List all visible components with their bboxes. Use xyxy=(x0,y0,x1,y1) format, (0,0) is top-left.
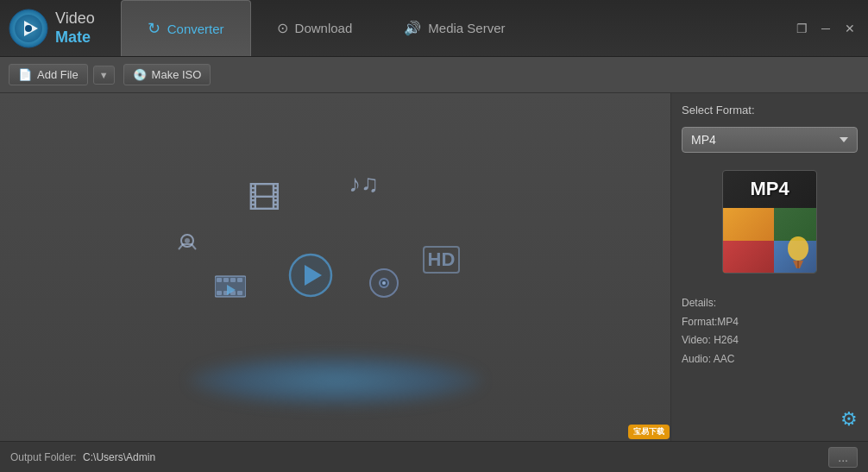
format-dropdown-arrow-icon xyxy=(840,137,848,142)
film-icon: 🎞 xyxy=(248,180,280,217)
output-folder-path: C:\Users\Admin xyxy=(83,451,155,463)
mp4-label: MP4 xyxy=(730,178,809,200)
app-logo-icon xyxy=(9,9,48,48)
media-server-tab-label: Media Server xyxy=(428,21,505,35)
window-controls: ❐ ─ ✕ xyxy=(792,19,859,38)
logo-text: Video Mate xyxy=(55,9,95,47)
add-file-icon: 📄 xyxy=(18,68,32,81)
music-icon: ♪♫ xyxy=(349,170,379,198)
svg-rect-14 xyxy=(237,291,242,295)
details-audio: Audio: AAC xyxy=(682,350,858,369)
format-dropdown-value: MP4 xyxy=(691,133,716,147)
logo-mate: Mate xyxy=(55,28,95,47)
main-content: 🎞 ♪♫ xyxy=(0,93,868,441)
make-iso-label: Make ISO xyxy=(152,68,202,81)
minimize-button[interactable]: ─ xyxy=(816,19,835,38)
close-button[interactable]: ✕ xyxy=(840,19,859,38)
svg-point-21 xyxy=(788,236,808,261)
svg-point-20 xyxy=(382,281,386,285)
restore-button[interactable]: ❐ xyxy=(792,19,811,38)
tab-download[interactable]: ⊙ Download xyxy=(251,0,379,56)
svg-rect-11 xyxy=(217,291,222,295)
svg-point-3 xyxy=(25,25,32,32)
svg-rect-10 xyxy=(237,278,242,282)
play-icon xyxy=(288,253,333,306)
settings-icon-area: ⚙ xyxy=(682,408,858,431)
add-file-button[interactable]: 📄 Add File xyxy=(9,64,88,85)
details-label: Details: xyxy=(682,294,858,313)
add-file-dropdown-button[interactable]: ▼ xyxy=(93,66,115,85)
converter-tab-label: Converter xyxy=(167,22,224,36)
glow-effect xyxy=(189,355,482,406)
svg-rect-7 xyxy=(217,278,222,282)
drop-panel[interactable]: 🎞 ♪♫ xyxy=(0,93,671,441)
toolbar: 📄 Add File ▼ 💿 Make ISO xyxy=(0,57,868,93)
mp4-preview-image: MP4 xyxy=(722,170,817,274)
logo: Video Mate xyxy=(9,9,95,48)
converter-tab-icon: ↻ xyxy=(148,19,160,38)
download-tab-icon: ⊙ xyxy=(277,20,288,36)
balloon-icon xyxy=(784,236,812,268)
browse-button[interactable]: ... xyxy=(828,447,858,468)
svg-rect-9 xyxy=(230,278,236,282)
filmstrip-icon xyxy=(215,274,246,305)
download-tab-label: Download xyxy=(295,21,353,35)
status-bar: Output Folder: C:\Users\Admin ... xyxy=(0,441,868,472)
title-bar: Video Mate ↻ Converter ⊙ Download 🔊 Medi… xyxy=(0,0,868,57)
svg-rect-8 xyxy=(223,278,229,282)
format-dropdown[interactable]: MP4 xyxy=(682,127,858,153)
watermark: 宝易下载 xyxy=(628,425,670,439)
logo-video: Video xyxy=(55,9,95,28)
add-file-label: Add File xyxy=(37,68,79,81)
format-preview: MP4 xyxy=(682,161,858,282)
right-panel: Select Format: MP4 MP4 xyxy=(671,93,868,441)
media-server-tab-icon: 🔊 xyxy=(404,20,421,36)
details-video: Video: H264 xyxy=(682,331,858,350)
hd-badge: HD xyxy=(423,246,461,274)
details-format: Format:MP4 xyxy=(682,313,858,332)
details-section: Details: Format:MP4 Video: H264 Audio: A… xyxy=(682,291,858,372)
svg-point-5 xyxy=(185,238,190,243)
webcam-icon xyxy=(174,232,200,259)
tab-converter[interactable]: ↻ Converter xyxy=(121,0,251,56)
select-format-label: Select Format: xyxy=(682,104,858,116)
cd-icon xyxy=(368,267,399,305)
output-folder-text: Output Folder: xyxy=(10,451,77,463)
make-iso-icon: 💿 xyxy=(133,68,147,81)
tab-media-server[interactable]: 🔊 Media Server xyxy=(378,0,531,56)
tabs: ↻ Converter ⊙ Download 🔊 Media Server xyxy=(121,0,792,56)
output-folder-label: Output Folder: C:\Users\Admin xyxy=(10,451,820,463)
make-iso-button[interactable]: 💿 Make ISO xyxy=(123,64,211,85)
settings-icon[interactable]: ⚙ xyxy=(840,408,858,431)
drop-panel-inner: 🎞 ♪♫ xyxy=(0,93,670,441)
